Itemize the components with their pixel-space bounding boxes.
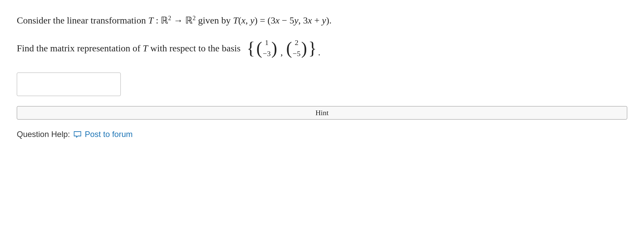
close-curly-brace: } [308,40,317,57]
vector2-open-paren: ( [286,40,292,57]
hint-button-label: Hint [315,108,328,117]
open-curly-brace: { [247,40,255,57]
vector1-top: 1 [265,38,269,48]
T-formula: T [233,15,238,26]
vector1-bottom: −3 [263,49,271,59]
question-help-section: Question Help: Post to forum [17,130,627,139]
vector1-entries: 1 −3 [263,38,271,59]
T-italic-2: T [143,43,148,53]
answer-input[interactable] [17,73,121,96]
message-icon [73,131,82,138]
vector-2: ( 2 −5 ) [286,38,307,59]
main-container: Consider the linear transformation T : ℝ… [0,0,644,230]
post-to-forum-link[interactable]: Post to forum [85,130,133,139]
vector2-top: 2 [295,38,299,48]
T-italic-1: T [148,15,154,26]
problem-text-line1: Consider the linear transformation T : ℝ… [17,15,332,26]
answer-box-section [17,73,627,96]
vector2-entries: 2 −5 [293,38,301,59]
period: . [318,47,320,58]
vector1-close-paren: ) [271,40,277,57]
hint-button[interactable]: Hint [17,106,627,120]
post-to-forum-text: Post to forum [85,130,133,139]
problem-statement-line1: Consider the linear transformation T : ℝ… [17,13,627,28]
basis-line: Find the matrix representation of T with… [17,38,627,59]
vector2-close-paren: ) [301,40,307,57]
vector2-bottom: −5 [293,49,301,59]
basis-comma: , [280,47,283,58]
vector-1: ( 1 −3 ) [256,38,277,59]
basis-set: { ( 1 −3 ) , ( 2 −5 ) } [247,38,320,59]
basis-text-prefix: Find the matrix representation of T with… [17,43,240,54]
vector1-open-paren: ( [256,40,262,57]
question-help-label: Question Help: [17,130,70,139]
